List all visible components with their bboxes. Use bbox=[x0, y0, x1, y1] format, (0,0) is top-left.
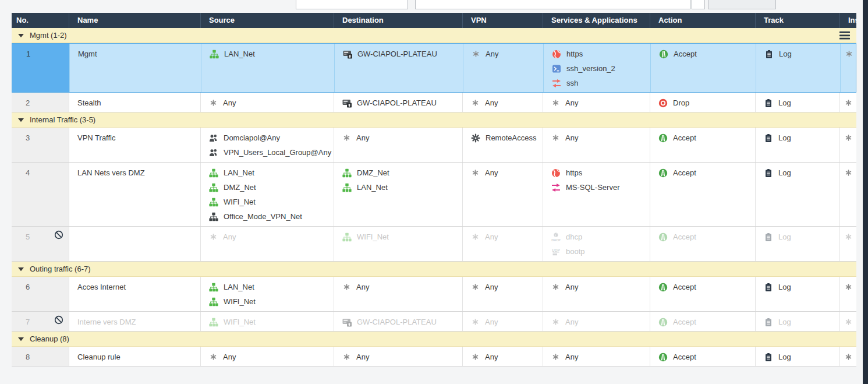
cell-install-on[interactable] bbox=[840, 163, 856, 226]
column-header-no[interactable]: No. bbox=[12, 13, 69, 28]
rule-row-1[interactable]: 1MgmtLAN_NetGW-CIAPOL-PLATEAUAnyhttpsssh… bbox=[12, 43, 856, 93]
rule-row-7[interactable]: 7Interne vers DMZWIFI_NetGW-CIAPOL-PLATE… bbox=[12, 312, 856, 332]
cell-action[interactable]: Drop bbox=[650, 93, 756, 112]
cell-destination[interactable]: GW-CIAPOL-PLATEAU bbox=[334, 93, 463, 112]
cell-rule-number[interactable]: 7 bbox=[12, 312, 69, 331]
cell-vpn[interactable]: RemoteAccess bbox=[463, 128, 543, 162]
triangle-down-icon[interactable] bbox=[18, 267, 24, 272]
cell-rule-name[interactable]: LAN Nets vers DMZ bbox=[69, 163, 201, 226]
rule-row-5[interactable]: 5AnyWIFI_NetAnyDHCPdhcpUDPbootpAcceptLog bbox=[12, 227, 856, 262]
cell-services[interactable]: Any bbox=[543, 277, 650, 311]
cell-services[interactable]: Any bbox=[543, 93, 650, 112]
cell-destination[interactable]: WIFI_Net bbox=[334, 227, 463, 261]
cell-services[interactable]: DHCPdhcpUDPbootp bbox=[543, 227, 650, 261]
cell-action[interactable]: Accept bbox=[650, 163, 756, 226]
section-row[interactable]: Internal Traffic (3-5) bbox=[12, 112, 856, 128]
column-header-action[interactable]: Action bbox=[650, 13, 756, 28]
toolbar-field-left[interactable] bbox=[296, 0, 408, 9]
column-header-name[interactable]: Name bbox=[69, 13, 201, 28]
cell-source[interactable]: WIFI_Net bbox=[201, 312, 334, 331]
triangle-down-icon[interactable] bbox=[18, 337, 24, 341]
column-header-ins[interactable]: Ins bbox=[840, 13, 856, 28]
toolbar-button[interactable] bbox=[708, 0, 776, 9]
cell-destination[interactable]: DMZ_NetLAN_Net bbox=[334, 163, 463, 226]
cell-services[interactable]: Any bbox=[543, 312, 650, 331]
cell-source[interactable]: Any bbox=[201, 227, 334, 261]
cell-rule-name[interactable]: Stealth bbox=[69, 93, 201, 112]
column-header-source[interactable]: Source bbox=[201, 13, 334, 28]
cell-rule-name[interactable]: VPN Traffic bbox=[69, 128, 201, 162]
rule-row-2[interactable]: 2StealthAnyGW-CIAPOL-PLATEAUAnyAnyDropLo… bbox=[12, 93, 856, 112]
column-header-vpn[interactable]: VPN bbox=[463, 13, 543, 28]
cell-track[interactable]: Log bbox=[756, 44, 841, 92]
cell-track[interactable]: Log bbox=[756, 93, 840, 112]
cell-source[interactable]: Any bbox=[201, 347, 334, 366]
cell-rule-number[interactable]: 2 bbox=[12, 93, 69, 112]
rule-row-4[interactable]: 4LAN Nets vers DMZLAN_NetDMZ_NetWIFI_Net… bbox=[12, 163, 856, 227]
cell-install-on[interactable] bbox=[841, 44, 857, 92]
cell-rule-name[interactable]: Acces Internet bbox=[69, 277, 201, 311]
cell-rule-number[interactable]: 6 bbox=[12, 277, 69, 311]
cell-install-on[interactable] bbox=[840, 277, 856, 311]
cell-track[interactable]: Log bbox=[756, 128, 840, 162]
cell-destination[interactable]: GW-CIAPOL-PLATEAU bbox=[335, 44, 463, 92]
cell-destination[interactable]: Any bbox=[334, 347, 463, 366]
cell-rule-name[interactable]: Interne vers DMZ bbox=[69, 312, 201, 331]
cell-vpn[interactable]: Any bbox=[463, 347, 543, 366]
cell-source[interactable]: LAN_Net bbox=[201, 44, 335, 92]
cell-vpn[interactable]: Any bbox=[463, 93, 543, 112]
cell-vpn[interactable]: Any bbox=[463, 44, 544, 92]
cell-services[interactable]: httpsssh_version_2ssh bbox=[544, 44, 651, 92]
cell-destination[interactable]: GW-CIAPOL-PLATEAU bbox=[334, 312, 463, 331]
cell-services[interactable]: httpsMS-SQL-Server bbox=[543, 163, 650, 226]
column-header-track[interactable]: Track bbox=[756, 13, 840, 28]
cell-install-on[interactable] bbox=[840, 347, 856, 366]
cell-action[interactable]: Accept bbox=[650, 227, 756, 261]
cell-vpn[interactable]: Any bbox=[463, 312, 543, 331]
cell-action[interactable]: Accept bbox=[650, 128, 756, 162]
rule-row-6[interactable]: 6Acces InternetLAN_NetWIFI_NetAnyAnyAnyA… bbox=[12, 277, 856, 312]
cell-destination[interactable]: Any bbox=[334, 128, 463, 162]
cell-install-on[interactable] bbox=[840, 312, 856, 331]
cell-rule-number[interactable]: 8 bbox=[12, 347, 69, 366]
rule-row-8[interactable]: 8Cleanup ruleAnyAnyAnyAnyAcceptLog bbox=[12, 347, 856, 367]
cell-vpn[interactable]: Any bbox=[463, 163, 543, 226]
section-row[interactable]: Mgmt (1-2) bbox=[12, 28, 856, 43]
cell-source[interactable]: Any bbox=[201, 93, 334, 112]
cell-track[interactable]: Log bbox=[756, 312, 840, 331]
rule-row-3[interactable]: 3VPN TrafficDomciapol@AnyVPN_Users_Local… bbox=[12, 128, 856, 163]
cell-source[interactable]: LAN_NetWIFI_Net bbox=[201, 277, 334, 311]
column-header-destination[interactable]: Destination bbox=[334, 13, 463, 28]
section-row[interactable]: Outing traffic (6-7) bbox=[12, 262, 856, 277]
column-header-services-applications[interactable]: Services & Applications bbox=[543, 13, 650, 28]
cell-rule-name[interactable]: Mgmt bbox=[70, 44, 201, 92]
cell-rule-number[interactable]: 4 bbox=[12, 163, 69, 226]
triangle-down-icon[interactable] bbox=[18, 118, 24, 122]
cell-rule-number[interactable]: 1 bbox=[12, 44, 70, 92]
cell-vpn[interactable]: Any bbox=[463, 277, 543, 311]
cell-rule-name[interactable] bbox=[69, 227, 201, 261]
cell-rule-number[interactable]: 5 bbox=[12, 227, 69, 261]
cell-track[interactable]: Log bbox=[756, 347, 840, 366]
cell-track[interactable]: Log bbox=[756, 277, 840, 311]
cell-vpn[interactable]: Any bbox=[463, 227, 543, 261]
cell-action[interactable]: Accept bbox=[650, 347, 756, 366]
toolbar-small-box[interactable] bbox=[692, 0, 705, 9]
cell-track[interactable]: Log bbox=[756, 227, 840, 261]
cell-install-on[interactable] bbox=[840, 227, 856, 261]
section-row[interactable]: Cleanup (8) bbox=[12, 332, 856, 347]
section-menu-icon[interactable] bbox=[839, 31, 850, 40]
cell-rule-number[interactable]: 3 bbox=[12, 128, 69, 162]
cell-action[interactable]: Accept bbox=[650, 312, 756, 331]
toolbar-search-input[interactable] bbox=[415, 0, 690, 9]
cell-action[interactable]: Accept bbox=[650, 277, 756, 311]
cell-track[interactable]: Log bbox=[756, 163, 840, 226]
cell-services[interactable]: Any bbox=[543, 347, 650, 366]
cell-action[interactable]: Accept bbox=[651, 44, 756, 92]
cell-services[interactable]: Any bbox=[543, 128, 650, 162]
cell-rule-name[interactable]: Cleanup rule bbox=[69, 347, 201, 366]
cell-source[interactable]: Domciapol@AnyVPN_Users_Local_Group@Any bbox=[201, 128, 334, 162]
triangle-down-icon[interactable] bbox=[18, 33, 24, 38]
cell-install-on[interactable] bbox=[840, 128, 856, 162]
cell-install-on[interactable] bbox=[840, 93, 856, 112]
